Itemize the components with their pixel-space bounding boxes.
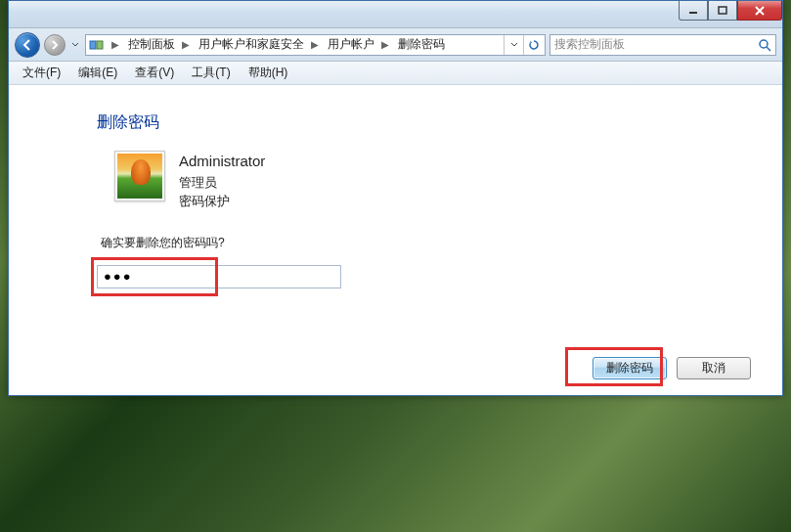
close-button[interactable] — [737, 1, 782, 21]
search-input[interactable]: 搜索控制面板 — [549, 34, 776, 56]
user-info-box: Administrator 管理员 密码保护 — [114, 151, 733, 211]
menu-help[interactable]: 帮助(H) — [241, 63, 296, 83]
page-title: 删除密码 — [97, 112, 733, 133]
chevron-right-icon: ▶ — [307, 39, 322, 50]
chevron-down-icon — [510, 41, 518, 49]
delete-password-button[interactable]: 删除密码 — [593, 357, 667, 379]
user-role: 管理员 — [179, 173, 265, 193]
minimize-icon — [688, 6, 698, 16]
svg-point-4 — [760, 40, 768, 48]
navigation-bar: ▶ 控制面板 ▶ 用户帐户和家庭安全 ▶ 用户帐户 ▶ 删除密码 搜索控制面板 — [9, 28, 782, 62]
window-buttons — [679, 1, 782, 27]
avatar — [114, 151, 165, 201]
svg-rect-2 — [90, 41, 96, 49]
breadcrumb-item[interactable]: 控制面板 — [122, 35, 178, 55]
maximize-icon — [718, 6, 727, 16]
svg-rect-3 — [97, 41, 103, 49]
breadcrumb-item[interactable]: 删除密码 — [392, 35, 448, 55]
user-text: Administrator 管理员 密码保护 — [179, 151, 265, 211]
svg-rect-0 — [689, 12, 697, 14]
forward-button[interactable] — [44, 34, 66, 56]
content-area: 删除密码 Administrator 管理员 密码保护 确实要删除您的密码吗? — [9, 85, 782, 347]
search-placeholder: 搜索控制面板 — [554, 36, 758, 53]
breadcrumb-item[interactable]: 用户帐户 — [322, 35, 377, 55]
breadcrumb-item[interactable]: 用户帐户和家庭安全 — [193, 35, 307, 55]
control-panel-window: ▶ 控制面板 ▶ 用户帐户和家庭安全 ▶ 用户帐户 ▶ 删除密码 搜索控制面板 … — [8, 0, 783, 396]
address-bar[interactable]: ▶ 控制面板 ▶ 用户帐户和家庭安全 ▶ 用户帐户 ▶ 删除密码 — [85, 34, 546, 56]
chevron-down-icon — [71, 41, 79, 49]
forward-arrow-icon — [49, 39, 61, 51]
avatar-image — [117, 154, 162, 199]
refresh-icon — [528, 39, 540, 51]
password-field-wrap — [97, 265, 341, 288]
user-protection: 密码保护 — [179, 192, 265, 211]
menu-view[interactable]: 查看(V) — [127, 63, 182, 83]
address-dropdown[interactable] — [504, 35, 523, 55]
chevron-right-icon: ▶ — [108, 39, 122, 50]
svg-line-5 — [767, 47, 770, 51]
password-input[interactable] — [97, 265, 341, 288]
back-button[interactable] — [15, 32, 40, 58]
minimize-button[interactable] — [679, 1, 708, 21]
titlebar — [9, 1, 782, 28]
menu-tools[interactable]: 工具(T) — [184, 63, 238, 83]
cancel-button[interactable]: 取消 — [677, 357, 751, 379]
chevron-right-icon: ▶ — [178, 39, 193, 50]
menu-file[interactable]: 文件(F) — [15, 63, 68, 83]
nav-history-dropdown[interactable] — [69, 33, 81, 57]
refresh-button[interactable] — [523, 35, 543, 55]
menu-edit[interactable]: 编辑(E) — [70, 63, 125, 83]
maximize-button[interactable] — [708, 1, 737, 21]
search-icon — [758, 38, 771, 52]
back-arrow-icon — [21, 38, 34, 52]
button-row: 删除密码 取消 — [9, 347, 782, 395]
chevron-right-icon: ▶ — [377, 39, 392, 50]
close-icon — [754, 6, 766, 16]
svg-rect-1 — [719, 7, 726, 14]
confirm-prompt: 确实要删除您的密码吗? — [101, 235, 733, 251]
user-name: Administrator — [179, 151, 265, 173]
menu-bar: 文件(F) 编辑(E) 查看(V) 工具(T) 帮助(H) — [9, 62, 782, 85]
control-panel-icon — [88, 36, 106, 54]
